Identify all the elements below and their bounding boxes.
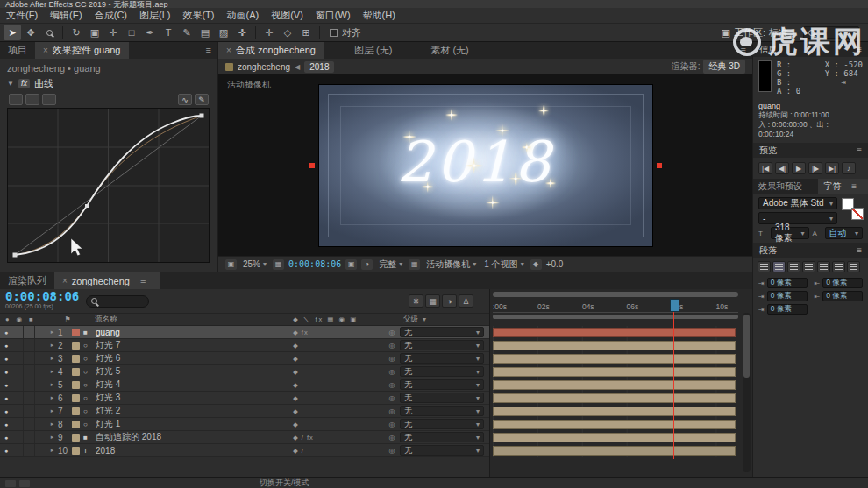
layer-row[interactable]: ● ▸ 9 ■ 自动追踪的 2018 ◆ / fx ◎ 无▾ (0, 431, 489, 444)
shape-tool-button[interactable]: □ (123, 25, 140, 40)
visibility-toggle[interactable]: ● (0, 448, 12, 454)
panel-menu-icon[interactable]: ≡ (857, 143, 862, 158)
parent-select[interactable]: 无▾ (400, 379, 484, 390)
panel-menu-icon[interactable]: ≡ (857, 42, 862, 57)
label-color-swatch[interactable] (72, 421, 80, 428)
layer-row[interactable]: ● ▸ 1 ■ guang ◆ fx ◎ 无▾ (0, 326, 489, 339)
layer-switches[interactable]: ◆ (293, 421, 384, 428)
solo-toggle[interactable] (24, 378, 35, 391)
type-tool-button[interactable]: T (160, 25, 177, 40)
panel-menu-icon[interactable]: ≡ (846, 178, 863, 194)
layer-name[interactable]: 自动追踪的 2018 (96, 431, 293, 443)
parent-select[interactable]: 无▾ (400, 340, 484, 350)
layer-duration-bar[interactable] (493, 367, 736, 377)
parent-pickwhip-icon[interactable]: ◎ (384, 342, 400, 350)
view-layout-select[interactable]: 1 个视图 ▾ (482, 258, 525, 271)
lock-toggle[interactable] (35, 352, 46, 364)
parent-select[interactable]: 无▾ (400, 366, 484, 377)
layer-name[interactable]: 灯光 2 (96, 405, 293, 417)
layer-row[interactable]: ● ▸ 6 ○ 灯光 3 ◆ ◎ 无▾ (0, 392, 489, 405)
motion-blur-icon[interactable]: ◑ (442, 294, 457, 308)
twirl-right-icon[interactable]: ▸ (46, 381, 58, 388)
breadcrumb-current[interactable]: 2018 (304, 61, 334, 73)
label-color-swatch[interactable] (72, 381, 80, 389)
lock-toggle[interactable] (35, 418, 46, 430)
parent-pickwhip-icon[interactable]: ◎ (384, 434, 400, 442)
layer-duration-bar[interactable] (493, 328, 736, 337)
menu-help[interactable]: 帮助(H) (357, 8, 402, 23)
label-color-swatch[interactable] (72, 368, 80, 376)
lock-toggle[interactable] (35, 444, 46, 456)
audio-toggle[interactable] (12, 326, 24, 338)
fx-badge-icon[interactable]: fx (18, 79, 30, 88)
visibility-toggle[interactable]: ● (0, 421, 12, 428)
layer-name[interactable]: 灯光 6 (96, 352, 293, 364)
solo-toggle[interactable] (24, 444, 35, 456)
tab-footage[interactable]: 素材 (无) (423, 42, 476, 59)
twirl-right-icon[interactable]: ▸ (46, 421, 58, 428)
layer-switches[interactable]: ◆ / fx (293, 434, 384, 442)
preview-panel-header[interactable]: 预览 ≡ (753, 143, 868, 158)
layer-row[interactable]: ● ▸ 10 T 2018 ◆ / ◎ 无▾ (0, 444, 489, 457)
camera-tool-button[interactable]: ▣ (86, 25, 103, 40)
scrollbar-thumb[interactable] (743, 315, 750, 378)
menu-layer[interactable]: 图层(L) (133, 8, 176, 23)
parent-select[interactable]: 无▾ (400, 445, 484, 456)
layer-switches[interactable]: ◆ (293, 355, 384, 363)
solo-toggle[interactable] (24, 418, 35, 430)
zoom-tool-button[interactable] (40, 25, 58, 40)
expand-collapse-icon[interactable] (5, 480, 16, 487)
exposure-value[interactable]: +0.0 (546, 259, 564, 269)
layer-switches[interactable]: ◆ (293, 394, 384, 402)
layer-name[interactable]: 灯光 7 (96, 339, 293, 351)
pixel-aspect-icon[interactable]: ◆ (530, 259, 542, 270)
work-area-bar[interactable] (493, 315, 738, 319)
lock-toggle[interactable] (35, 326, 46, 338)
layer-row[interactable]: ● ▸ 5 ○ 灯光 4 ◆ ◎ 无▾ (0, 378, 489, 392)
layer-switches[interactable]: ◆ fx (293, 329, 384, 336)
panel-menu-icon[interactable]: ≡ (200, 42, 217, 59)
layer-duration-bar[interactable] (493, 354, 736, 364)
audio-toggle[interactable] (12, 365, 24, 378)
tab-timeline-comp[interactable]: × zonghecheng ≡ (54, 272, 160, 289)
menu-composition[interactable]: 合成(C) (89, 8, 133, 23)
align-center-button[interactable] (772, 261, 786, 272)
toggle-switches-label[interactable]: 切换开关/模式 (260, 477, 309, 488)
layer-duration-bar[interactable] (493, 393, 736, 403)
menu-effect[interactable]: 效果(T) (176, 8, 220, 23)
twirl-right-icon[interactable]: ▸ (46, 434, 58, 441)
lock-toggle[interactable] (35, 405, 46, 417)
lock-toggle[interactable] (35, 365, 46, 378)
axis-view-button[interactable]: ⊞ (297, 25, 315, 40)
layer-row[interactable]: ● ▸ 3 ○ 灯光 6 ◆ ◎ 无▾ (0, 352, 489, 365)
menu-edit[interactable]: 编辑(E) (44, 8, 89, 23)
label-color-swatch[interactable] (72, 447, 80, 455)
column-source-name[interactable]: 源名称 (74, 315, 293, 325)
audio-toggle[interactable] (12, 431, 24, 443)
next-frame-button[interactable]: |▶ (808, 162, 822, 174)
curve-tool-icon[interactable]: ∿ (178, 94, 192, 105)
region-of-interest-icon[interactable]: ▦ (409, 259, 420, 270)
column-parent[interactable]: 父级 ▾ (384, 315, 489, 325)
panel-menu-icon[interactable]: ≡ (735, 42, 752, 59)
audio-toggle[interactable] (12, 339, 24, 351)
channel-rgb-button[interactable] (9, 94, 23, 105)
layer-duration-bar[interactable] (493, 380, 736, 390)
label-color-swatch[interactable] (72, 342, 80, 350)
tab-character[interactable]: 字符 ≡ (818, 179, 868, 194)
layer-name[interactable]: guang (96, 328, 293, 337)
lock-toggle[interactable] (35, 392, 46, 404)
menu-view[interactable]: 视图(V) (265, 8, 309, 23)
menu-animation[interactable]: 动画(A) (221, 8, 266, 23)
layer-name[interactable]: 2018 (96, 446, 293, 456)
indent-left-field[interactable]: ⇥ 0 像素 (758, 278, 808, 288)
tab-render-queue[interactable]: 渲染队列 (0, 272, 54, 289)
solo-toggle[interactable] (24, 339, 35, 351)
comp-timecode[interactable]: 0:00:08:06 (288, 259, 341, 269)
parent-select[interactable]: 无▾ (400, 419, 484, 429)
layer-name[interactable]: 灯光 5 (96, 365, 293, 378)
rotate-tool-button[interactable]: ↻ (68, 25, 85, 40)
visibility-toggle[interactable]: ● (0, 395, 12, 401)
layer-switches[interactable]: ◆ (293, 342, 384, 350)
time-ruler[interactable]: :00s 02s 04s 06s 08s 10s (493, 299, 738, 313)
